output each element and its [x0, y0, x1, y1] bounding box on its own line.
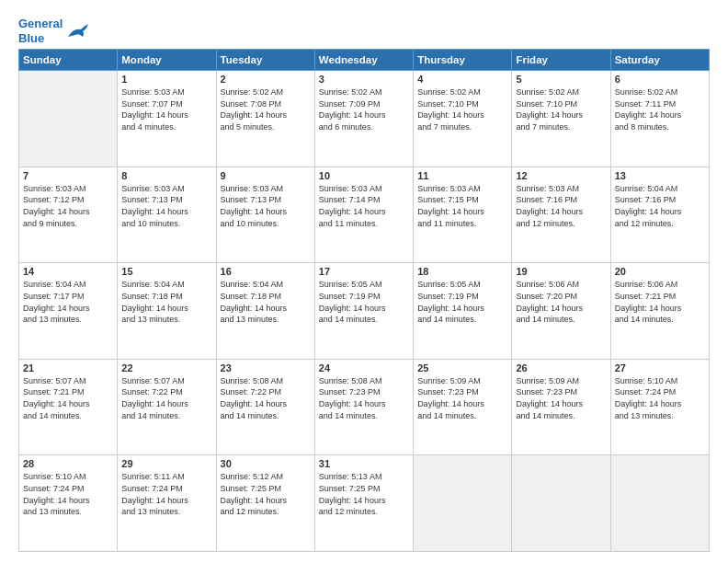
calendar-cell: 25Sunrise: 5:09 AM Sunset: 7:23 PM Dayli…: [414, 359, 512, 455]
day-number: 8: [121, 170, 211, 181]
day-number: 12: [516, 170, 606, 181]
day-info: Sunrise: 5:09 AM Sunset: 7:23 PM Dayligh…: [516, 375, 606, 421]
day-info: Sunrise: 5:03 AM Sunset: 7:16 PM Dayligh…: [516, 183, 606, 229]
day-number: 22: [121, 362, 211, 373]
calendar-cell: 12Sunrise: 5:03 AM Sunset: 7:16 PM Dayli…: [512, 167, 610, 263]
day-number: 21: [23, 362, 113, 373]
calendar-cell: [19, 71, 118, 167]
calendar-cell: 26Sunrise: 5:09 AM Sunset: 7:23 PM Dayli…: [512, 359, 610, 455]
day-number: 29: [121, 458, 211, 469]
calendar-cell: 3Sunrise: 5:02 AM Sunset: 7:09 PM Daylig…: [314, 71, 413, 167]
weekday-friday: Friday: [512, 50, 610, 71]
day-info: Sunrise: 5:04 AM Sunset: 7:18 PM Dayligh…: [121, 279, 211, 325]
weekday-saturday: Saturday: [610, 50, 709, 71]
calendar-row-2: 14Sunrise: 5:04 AM Sunset: 7:17 PM Dayli…: [19, 263, 710, 360]
day-info: Sunrise: 5:11 AM Sunset: 7:24 PM Dayligh…: [121, 471, 211, 517]
calendar-cell: 1Sunrise: 5:03 AM Sunset: 7:07 PM Daylig…: [118, 71, 216, 167]
calendar-row-1: 7Sunrise: 5:03 AM Sunset: 7:12 PM Daylig…: [19, 167, 710, 263]
day-info: Sunrise: 5:05 AM Sunset: 7:19 PM Dayligh…: [417, 279, 507, 325]
header: General Blue: [18, 17, 710, 45]
day-number: 15: [121, 266, 211, 277]
calendar-cell: 7Sunrise: 5:03 AM Sunset: 7:12 PM Daylig…: [19, 167, 118, 263]
day-info: Sunrise: 5:02 AM Sunset: 7:11 PM Dayligh…: [615, 86, 705, 132]
calendar-cell: 30Sunrise: 5:12 AM Sunset: 7:25 PM Dayli…: [216, 455, 314, 552]
calendar-cell: 16Sunrise: 5:04 AM Sunset: 7:18 PM Dayli…: [216, 263, 314, 360]
weekday-header-row: SundayMondayTuesdayWednesdayThursdayFrid…: [19, 50, 710, 71]
calendar-cell: 2Sunrise: 5:02 AM Sunset: 7:08 PM Daylig…: [216, 71, 314, 167]
calendar-cell: 31Sunrise: 5:13 AM Sunset: 7:25 PM Dayli…: [314, 455, 413, 552]
day-info: Sunrise: 5:03 AM Sunset: 7:13 PM Dayligh…: [121, 183, 211, 229]
day-number: 18: [417, 266, 507, 277]
day-info: Sunrise: 5:08 AM Sunset: 7:23 PM Dayligh…: [319, 375, 409, 421]
calendar-cell: 9Sunrise: 5:03 AM Sunset: 7:13 PM Daylig…: [216, 167, 314, 263]
day-info: Sunrise: 5:08 AM Sunset: 7:22 PM Dayligh…: [221, 375, 311, 421]
calendar-cell: 6Sunrise: 5:02 AM Sunset: 7:11 PM Daylig…: [610, 71, 709, 167]
day-number: 28: [23, 458, 113, 469]
day-number: 19: [516, 266, 606, 277]
calendar-cell: [610, 455, 709, 552]
day-info: Sunrise: 5:07 AM Sunset: 7:22 PM Dayligh…: [121, 375, 211, 421]
calendar-cell: 28Sunrise: 5:10 AM Sunset: 7:24 PM Dayli…: [19, 455, 118, 552]
calendar-cell: 19Sunrise: 5:06 AM Sunset: 7:20 PM Dayli…: [512, 263, 610, 360]
calendar-row-0: 1Sunrise: 5:03 AM Sunset: 7:07 PM Daylig…: [19, 71, 710, 167]
weekday-thursday: Thursday: [414, 50, 512, 71]
day-number: 5: [516, 74, 606, 85]
calendar-cell: 14Sunrise: 5:04 AM Sunset: 7:17 PM Dayli…: [19, 263, 118, 360]
logo-text: General Blue: [18, 17, 63, 45]
day-info: Sunrise: 5:03 AM Sunset: 7:07 PM Dayligh…: [121, 86, 211, 132]
day-number: 27: [615, 362, 705, 373]
day-number: 11: [417, 170, 507, 181]
day-info: Sunrise: 5:03 AM Sunset: 7:14 PM Dayligh…: [319, 183, 409, 229]
logo: General Blue: [18, 17, 90, 45]
day-info: Sunrise: 5:07 AM Sunset: 7:21 PM Dayligh…: [23, 375, 113, 421]
day-info: Sunrise: 5:06 AM Sunset: 7:20 PM Dayligh…: [516, 279, 606, 325]
logo-general: General: [18, 17, 63, 30]
day-info: Sunrise: 5:02 AM Sunset: 7:10 PM Dayligh…: [516, 86, 606, 132]
calendar-cell: 20Sunrise: 5:06 AM Sunset: 7:21 PM Dayli…: [610, 263, 709, 360]
day-number: 16: [221, 266, 311, 277]
day-info: Sunrise: 5:03 AM Sunset: 7:15 PM Dayligh…: [417, 183, 507, 229]
logo-blue: Blue: [18, 31, 44, 45]
day-number: 23: [221, 362, 311, 373]
calendar-cell: 11Sunrise: 5:03 AM Sunset: 7:15 PM Dayli…: [414, 167, 512, 263]
day-number: 26: [516, 362, 606, 373]
weekday-wednesday: Wednesday: [314, 50, 413, 71]
calendar-cell: 4Sunrise: 5:02 AM Sunset: 7:10 PM Daylig…: [414, 71, 512, 167]
calendar-row-4: 28Sunrise: 5:10 AM Sunset: 7:24 PM Dayli…: [19, 455, 710, 552]
calendar-cell: [414, 455, 512, 552]
calendar-cell: 13Sunrise: 5:04 AM Sunset: 7:16 PM Dayli…: [610, 167, 709, 263]
calendar-cell: 21Sunrise: 5:07 AM Sunset: 7:21 PM Dayli…: [19, 359, 118, 455]
calendar-cell: 17Sunrise: 5:05 AM Sunset: 7:19 PM Dayli…: [314, 263, 413, 360]
day-info: Sunrise: 5:09 AM Sunset: 7:23 PM Dayligh…: [417, 375, 507, 421]
weekday-monday: Monday: [118, 50, 216, 71]
day-info: Sunrise: 5:06 AM Sunset: 7:21 PM Dayligh…: [615, 279, 705, 325]
day-number: 30: [221, 458, 311, 469]
day-number: 13: [615, 170, 705, 181]
calendar-cell: 5Sunrise: 5:02 AM Sunset: 7:10 PM Daylig…: [512, 71, 610, 167]
day-number: 10: [319, 170, 409, 181]
day-info: Sunrise: 5:10 AM Sunset: 7:24 PM Dayligh…: [615, 375, 705, 421]
weekday-tuesday: Tuesday: [216, 50, 314, 71]
day-number: 7: [23, 170, 113, 181]
day-number: 1: [121, 74, 211, 85]
calendar-cell: 8Sunrise: 5:03 AM Sunset: 7:13 PM Daylig…: [118, 167, 216, 263]
page: General Blue SundayMondayTuesdayWednesda…: [0, 0, 728, 563]
day-number: 24: [319, 362, 409, 373]
calendar-cell: 10Sunrise: 5:03 AM Sunset: 7:14 PM Dayli…: [314, 167, 413, 263]
calendar-cell: 23Sunrise: 5:08 AM Sunset: 7:22 PM Dayli…: [216, 359, 314, 455]
day-number: 4: [417, 74, 507, 85]
calendar-cell: 29Sunrise: 5:11 AM Sunset: 7:24 PM Dayli…: [118, 455, 216, 552]
day-info: Sunrise: 5:10 AM Sunset: 7:24 PM Dayligh…: [23, 471, 113, 517]
calendar-cell: 18Sunrise: 5:05 AM Sunset: 7:19 PM Dayli…: [414, 263, 512, 360]
weekday-sunday: Sunday: [19, 50, 118, 71]
day-info: Sunrise: 5:02 AM Sunset: 7:10 PM Dayligh…: [417, 86, 507, 132]
calendar-table: SundayMondayTuesdayWednesdayThursdayFrid…: [18, 49, 710, 552]
day-number: 2: [221, 74, 311, 85]
calendar-cell: 24Sunrise: 5:08 AM Sunset: 7:23 PM Dayli…: [314, 359, 413, 455]
day-info: Sunrise: 5:05 AM Sunset: 7:19 PM Dayligh…: [319, 279, 409, 325]
day-number: 17: [319, 266, 409, 277]
day-info: Sunrise: 5:02 AM Sunset: 7:09 PM Dayligh…: [319, 86, 409, 132]
day-number: 14: [23, 266, 113, 277]
logo-bird-icon: [64, 20, 90, 42]
calendar-cell: 27Sunrise: 5:10 AM Sunset: 7:24 PM Dayli…: [610, 359, 709, 455]
